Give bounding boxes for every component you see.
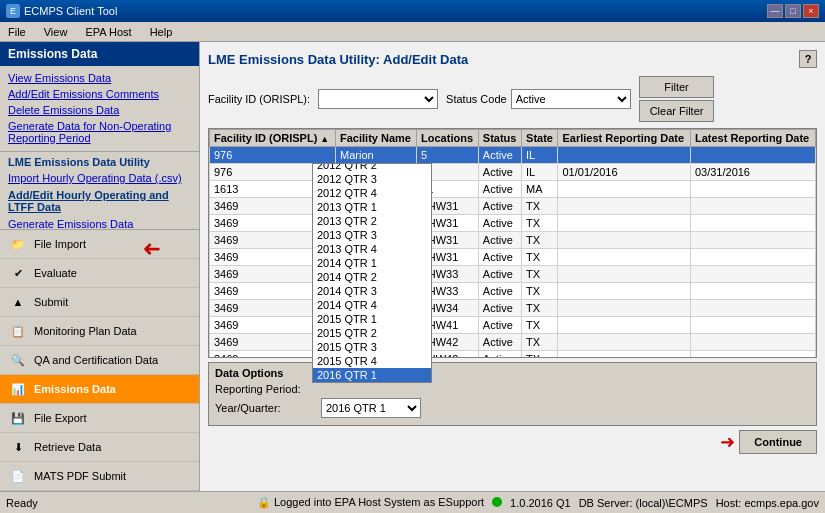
cell-state-0[interactable]: IL [522, 147, 558, 164]
sidebar-btn-qa-cert[interactable]: 🔍 QA and Certification Data [0, 346, 199, 375]
cell-latest-9[interactable] [690, 300, 815, 317]
cell-state-4[interactable]: TX [522, 215, 558, 232]
sidebar-btn-monitoring-plan[interactable]: 📋 Monitoring Plan Data [0, 317, 199, 346]
cell-earliest-5[interactable] [558, 232, 690, 249]
col-status[interactable]: Status [478, 130, 521, 147]
sidebar-btn-retrieve-data[interactable]: ⬇ Retrieve Data [0, 433, 199, 462]
sidebar-link-view-emissions[interactable]: View Emissions Data [0, 70, 199, 86]
sidebar-link-import-hourly[interactable]: Import Hourly Operating Data (.csv) [0, 170, 199, 186]
dropdown-item[interactable]: 2012 QTR 2 [313, 163, 431, 172]
cell-status-6[interactable]: Active [478, 249, 521, 266]
cell-latest-0[interactable] [690, 147, 815, 164]
cell-earliest-4[interactable] [558, 215, 690, 232]
cell-status-0[interactable]: Active [478, 147, 521, 164]
minimize-button[interactable]: — [767, 4, 783, 18]
year-quarter-select[interactable]: 2009 QTR 12009 QTR 22009 QTR 32009 QTR 4… [321, 398, 421, 418]
sidebar-link-add-edit-hourly[interactable]: Add/Edit Hourly Operating and LTFF Data [0, 186, 199, 216]
dropdown-item[interactable]: 2014 QTR 3 [313, 284, 431, 298]
facility-id-select[interactable] [318, 89, 438, 109]
col-earliest-date[interactable]: Earliest Reporting Date [558, 130, 690, 147]
dropdown-item[interactable]: 2013 QTR 4 [313, 242, 431, 256]
cell-status-12[interactable]: Active [478, 351, 521, 358]
dropdown-item[interactable]: 2012 QTR 3 [313, 172, 431, 186]
cell-earliest-6[interactable] [558, 249, 690, 266]
menu-help[interactable]: Help [146, 24, 177, 40]
cell-earliest-2[interactable] [558, 181, 690, 198]
menu-epa-host[interactable]: EPA Host [81, 24, 135, 40]
dropdown-item[interactable]: 2014 QTR 2 [313, 270, 431, 284]
cell-state-2[interactable]: MA [522, 181, 558, 198]
quarter-dropdown-overlay[interactable]: 2009 QTR 12009 QTR 22009 QTR 32009 QTR 4… [312, 163, 432, 383]
col-locations[interactable]: Locations [417, 130, 479, 147]
cell-status-3[interactable]: Active [478, 198, 521, 215]
cell-status-9[interactable]: Active [478, 300, 521, 317]
cell-status-2[interactable]: Active [478, 181, 521, 198]
maximize-button[interactable]: □ [785, 4, 801, 18]
sidebar-btn-emissions-data[interactable]: 📊 Emissions Data [0, 375, 199, 404]
cell-latest-2[interactable] [690, 181, 815, 198]
col-facility-name[interactable]: Facility Name [336, 130, 417, 147]
cell-earliest-8[interactable] [558, 283, 690, 300]
cell-state-12[interactable]: TX [522, 351, 558, 358]
sidebar-link-add-edit-comments[interactable]: Add/Edit Emissions Comments [0, 86, 199, 102]
continue-button[interactable]: Continue [739, 430, 817, 454]
sidebar-btn-evaluate[interactable]: ✔ Evaluate [0, 259, 199, 288]
cell-latest-3[interactable] [690, 198, 815, 215]
cell-earliest-3[interactable] [558, 198, 690, 215]
cell-status-10[interactable]: Active [478, 317, 521, 334]
close-button[interactable]: × [803, 4, 819, 18]
cell-earliest-11[interactable] [558, 334, 690, 351]
cell-status-1[interactable]: Active [478, 164, 521, 181]
sidebar-btn-mats-pdf[interactable]: 📄 MATS PDF Submit [0, 462, 199, 491]
cell-state-5[interactable]: TX [522, 232, 558, 249]
cell-latest-8[interactable] [690, 283, 815, 300]
cell-state-10[interactable]: TX [522, 317, 558, 334]
cell-state-11[interactable]: TX [522, 334, 558, 351]
cell-state-3[interactable]: TX [522, 198, 558, 215]
cell-state-1[interactable]: IL [522, 164, 558, 181]
cell-earliest-10[interactable] [558, 317, 690, 334]
cell-facility-name-0[interactable]: Marion [336, 147, 417, 164]
cell-status-5[interactable]: Active [478, 232, 521, 249]
sidebar-btn-file-import[interactable]: 📁 File Import [0, 230, 199, 259]
dropdown-item[interactable]: 2016 QTR 1 [313, 368, 431, 382]
cell-earliest-7[interactable] [558, 266, 690, 283]
dropdown-item[interactable]: 2013 QTR 3 [313, 228, 431, 242]
cell-state-7[interactable]: TX [522, 266, 558, 283]
col-facility-id[interactable]: Facility ID (ORISPL) ▲ [210, 130, 336, 147]
cell-state-6[interactable]: TX [522, 249, 558, 266]
dropdown-item[interactable]: 2015 QTR 1 [313, 312, 431, 326]
cell-latest-7[interactable] [690, 266, 815, 283]
cell-status-4[interactable]: Active [478, 215, 521, 232]
dropdown-item[interactable]: 2015 QTR 4 [313, 354, 431, 368]
sidebar-link-generate-emissions[interactable]: Generate Emissions Data [0, 216, 199, 229]
dropdown-item[interactable]: 2013 QTR 1 [313, 200, 431, 214]
cell-earliest-1[interactable]: 01/01/2016 [558, 164, 690, 181]
sidebar-link-generate-nonop[interactable]: Generate Data for Non-Operating Reportin… [0, 118, 199, 146]
facility-table-scroll[interactable]: Facility ID (ORISPL) ▲ Facility Name Loc… [209, 129, 816, 357]
filter-button[interactable]: Filter [639, 76, 715, 98]
cell-latest-11[interactable] [690, 334, 815, 351]
cell-latest-5[interactable] [690, 232, 815, 249]
col-state[interactable]: State [522, 130, 558, 147]
dropdown-item[interactable]: 2015 QTR 3 [313, 340, 431, 354]
menu-view[interactable]: View [40, 24, 72, 40]
cell-earliest-9[interactable] [558, 300, 690, 317]
cell-locations-0[interactable]: 5 [417, 147, 479, 164]
cell-status-8[interactable]: Active [478, 283, 521, 300]
help-button[interactable]: ? [799, 50, 817, 68]
dropdown-item[interactable]: 2014 QTR 4 [313, 298, 431, 312]
sidebar-btn-file-export[interactable]: 💾 File Export [0, 404, 199, 433]
cell-earliest-12[interactable] [558, 351, 690, 358]
status-code-select[interactable]: Active Inactive [511, 89, 631, 109]
col-latest-date[interactable]: Latest Reporting Date [690, 130, 815, 147]
cell-earliest-0[interactable] [558, 147, 690, 164]
dropdown-item[interactable]: 2013 QTR 2 [313, 214, 431, 228]
dropdown-item[interactable]: 2014 QTR 1 [313, 256, 431, 270]
cell-latest-1[interactable]: 03/31/2016 [690, 164, 815, 181]
cell-state-9[interactable]: TX [522, 300, 558, 317]
cell-latest-10[interactable] [690, 317, 815, 334]
cell-status-7[interactable]: Active [478, 266, 521, 283]
cell-facility-id-0[interactable]: 976 [210, 147, 336, 164]
cell-state-8[interactable]: TX [522, 283, 558, 300]
